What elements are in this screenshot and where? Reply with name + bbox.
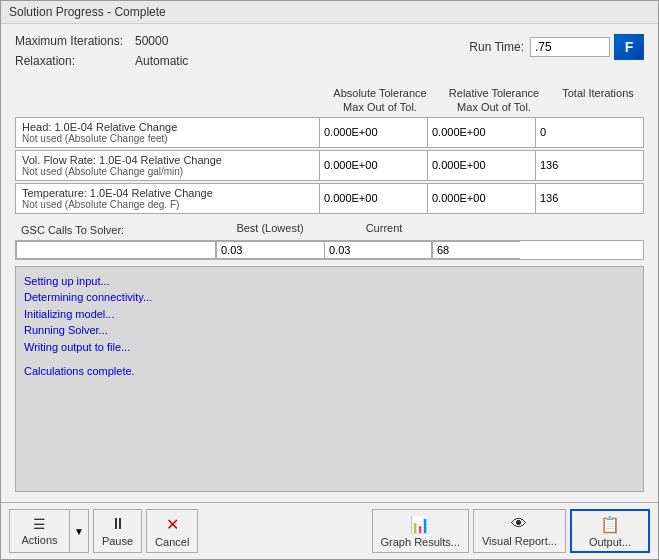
row-1-sub: Not used (Absolute Change gal/min) xyxy=(22,166,313,177)
row-0-iter-input[interactable] xyxy=(536,118,624,147)
row-1-label: Vol. Flow Rate: 1.0E-04 Relative Change … xyxy=(16,151,320,180)
pause-button[interactable]: ⏸ Pause xyxy=(93,509,142,553)
gsc-best-input[interactable] xyxy=(216,241,324,259)
left-params: Maximum Iterations: 50000 Relaxation: Au… xyxy=(15,34,188,74)
gsc-section: GSC Calls To Solver: Best (Lowest) Curre… xyxy=(15,222,644,260)
col-rel-header: Relative Tolerance Max Out of Tol. xyxy=(439,86,549,115)
graph-results-button[interactable]: 📊 Graph Results... xyxy=(372,509,469,553)
row-1-rel-input[interactable] xyxy=(428,151,536,180)
max-iter-value: 50000 xyxy=(135,34,168,48)
row-0-sub: Not used (Absolute Change feet) xyxy=(22,133,313,144)
max-iter-label: Maximum Iterations: xyxy=(15,34,135,48)
row-2-label: Temperature: 1.0E-04 Relative Change Not… xyxy=(16,184,320,213)
row-2-abs-input[interactable] xyxy=(320,184,428,213)
cancel-button[interactable]: ✕ Cancel xyxy=(146,509,198,553)
table-row: Vol. Flow Rate: 1.0E-04 Relative Change … xyxy=(15,150,644,181)
row-2-iter-input[interactable] xyxy=(536,184,624,213)
log-line-0[interactable]: Setting up input... xyxy=(24,273,635,290)
actions-main-button[interactable]: ☰ Actions xyxy=(9,509,69,553)
visual-report-label: Visual Report... xyxy=(482,535,557,547)
actions-dropdown-arrow[interactable]: ▼ xyxy=(69,509,89,553)
runtime-section: Run Time: F xyxy=(469,34,644,60)
gsc-label: GSC Calls To Solver: xyxy=(15,222,215,238)
row-1-main: Vol. Flow Rate: 1.0E-04 Relative Change xyxy=(22,154,313,166)
log-line-1[interactable]: Determining connectivity... xyxy=(24,289,635,306)
content-area: Maximum Iterations: 50000 Relaxation: Au… xyxy=(1,24,658,502)
max-iter-row: Maximum Iterations: 50000 xyxy=(15,34,188,48)
gsc-current-input[interactable] xyxy=(324,241,432,259)
row-0-abs-input[interactable] xyxy=(320,118,428,147)
relaxation-label: Relaxation: xyxy=(15,54,135,68)
visual-report-icon: 👁 xyxy=(511,515,527,533)
row-0-main: Head: 1.0E-04 Relative Change xyxy=(22,121,313,133)
log-section: Setting up input... Determining connecti… xyxy=(15,266,644,492)
main-window: Solution Progress - Complete Maximum Ite… xyxy=(0,0,659,560)
table-header: Absolute Tolerance Max Out of Tol. Relat… xyxy=(15,86,644,115)
top-section: Maximum Iterations: 50000 Relaxation: Au… xyxy=(15,34,644,74)
row-0-label: Head: 1.0E-04 Relative Change Not used (… xyxy=(16,118,320,147)
log-line-2[interactable]: Initializing model... xyxy=(24,306,635,323)
footer-toolbar: ☰ Actions ▼ ⏸ Pause ✕ Cancel 📊 Graph Res… xyxy=(1,502,658,559)
cancel-label: Cancel xyxy=(155,536,189,548)
gsc-data-row xyxy=(15,240,644,260)
log-line-3[interactable]: Running Solver... xyxy=(24,322,635,339)
gsc-col-best-header: Best (Lowest) xyxy=(215,222,325,238)
cancel-icon: ✕ xyxy=(166,515,179,534)
pause-label: Pause xyxy=(102,535,133,547)
row-1-iter-input[interactable] xyxy=(536,151,624,180)
visual-report-button[interactable]: 👁 Visual Report... xyxy=(473,509,566,553)
output-button[interactable]: 📋 Output... xyxy=(570,509,650,553)
title-bar: Solution Progress - Complete xyxy=(1,1,658,24)
graph-results-label: Graph Results... xyxy=(381,536,460,548)
tolerance-table: Absolute Tolerance Max Out of Tol. Relat… xyxy=(15,86,644,216)
gsc-col-current-header: Current xyxy=(329,222,439,238)
graph-icon: 📊 xyxy=(410,515,430,534)
gsc-header: GSC Calls To Solver: Best (Lowest) Curre… xyxy=(15,222,644,238)
output-label: Output... xyxy=(589,536,631,548)
log-line-4[interactable]: Writing output to file... xyxy=(24,339,635,356)
log-line-complete[interactable]: Calculations complete. xyxy=(24,363,635,380)
runtime-input[interactable] xyxy=(530,37,610,57)
app-icon: F xyxy=(614,34,644,60)
actions-button-group[interactable]: ☰ Actions ▼ xyxy=(9,509,89,553)
actions-label: Actions xyxy=(21,534,57,546)
row-0-rel-input[interactable] xyxy=(428,118,536,147)
relaxation-value: Automatic xyxy=(135,54,188,68)
pause-icon: ⏸ xyxy=(110,515,126,533)
table-row: Temperature: 1.0E-04 Relative Change Not… xyxy=(15,183,644,214)
relaxation-row: Relaxation: Automatic xyxy=(15,54,188,68)
window-title: Solution Progress - Complete xyxy=(9,5,166,19)
output-icon: 📋 xyxy=(600,515,620,534)
table-row: Head: 1.0E-04 Relative Change Not used (… xyxy=(15,117,644,148)
row-2-sub: Not used (Absolute Change deg. F) xyxy=(22,199,313,210)
col-abs-header: Absolute Tolerance Max Out of Tol. xyxy=(325,86,435,115)
row-2-rel-input[interactable] xyxy=(428,184,536,213)
gsc-extra-input[interactable] xyxy=(432,241,520,259)
row-1-abs-input[interactable] xyxy=(320,151,428,180)
runtime-label: Run Time: xyxy=(469,40,524,54)
gsc-col-extra-header xyxy=(443,222,531,238)
col-iter-header: Total Iterations xyxy=(553,86,643,115)
chevron-down-icon: ▼ xyxy=(74,526,84,537)
row-2-main: Temperature: 1.0E-04 Relative Change xyxy=(22,187,313,199)
actions-icon: ☰ xyxy=(33,516,46,532)
app-icon-symbol: F xyxy=(625,39,634,55)
gsc-label-input[interactable] xyxy=(16,241,216,259)
